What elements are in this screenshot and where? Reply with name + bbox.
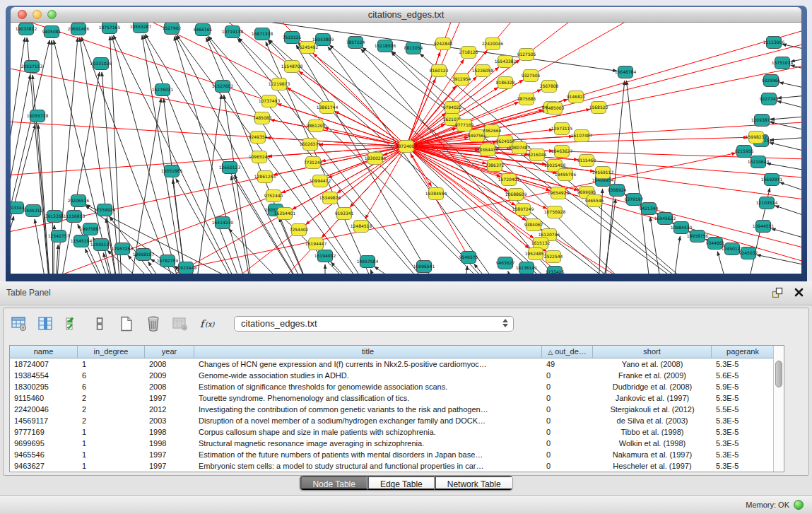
graph-node[interactable]: 12660123 [219, 162, 241, 174]
graph-edge[interactable] [406, 59, 519, 146]
new-table-icon[interactable] [117, 314, 136, 334]
graph-edge[interactable] [313, 53, 406, 146]
graph-node[interactable]: 16871338 [252, 28, 273, 40]
graph-node[interactable]: 12861254 [254, 171, 276, 183]
graph-edge[interactable] [650, 217, 668, 274]
graph-node[interactable]: 20691406 [68, 23, 90, 35]
graph-edge[interactable] [299, 71, 406, 146]
graph-node[interactable]: 8813054 [404, 42, 423, 54]
graph-node[interactable]: 22420046 [482, 38, 504, 50]
column-header-pagerank[interactable]: pagerank [712, 346, 773, 358]
graph-node[interactable]: 12103514 [756, 197, 778, 209]
graph-node[interactable]: 7485063 [546, 103, 565, 115]
graph-node[interactable]: 9421344 [640, 203, 659, 215]
graph-edge[interactable] [459, 266, 467, 274]
graph-node[interactable]: 3912954 [452, 74, 471, 86]
graph-node[interactable]: 8186328 [496, 77, 515, 89]
graph-node[interactable]: 11123056 [763, 37, 785, 49]
graph-node[interactable]: 2718126 [459, 47, 478, 59]
graph-node[interactable]: 10994472 [310, 175, 331, 187]
graph-node[interactable]: 10996541 [413, 261, 435, 273]
graph-node[interactable]: 14957584 [357, 256, 379, 268]
graph-node[interactable]: 9358924 [608, 185, 627, 197]
graph-edge[interactable] [11, 124, 35, 274]
graph-node[interactable]: 11545194 [71, 235, 93, 247]
graph-node[interactable]: 16055718 [27, 110, 49, 122]
graph-node[interactable]: 20364436 [477, 144, 499, 156]
graph-edge[interactable] [11, 146, 406, 182]
graph-node[interactable]: 14136141 [516, 262, 538, 274]
graph-edge[interactable] [273, 146, 406, 175]
table-row[interactable]: 1456911722003Disruption of a novel membe… [10, 415, 773, 426]
graph-edge[interactable] [335, 111, 406, 146]
graph-node[interactable]: 11156813 [64, 211, 86, 223]
float-panel-icon[interactable] [771, 287, 784, 300]
graph-node[interactable]: 11527602 [212, 81, 234, 93]
memory-status-icon[interactable] [794, 500, 804, 510]
graph-edge[interactable] [11, 216, 14, 274]
graph-edge[interactable] [767, 163, 801, 175]
graph-node[interactable]: 9227343 [760, 93, 779, 105]
graph-node[interactable]: 9146821 [567, 91, 586, 103]
graph-node[interactable]: 8160123 [430, 65, 449, 77]
graph-node[interactable]: 10756928 [544, 206, 566, 218]
column-header-name[interactable]: name [10, 346, 78, 358]
graph-node[interactable]: 16194447 [305, 238, 327, 250]
table-row[interactable]: 1938455462009Genome-wide association stu… [10, 370, 773, 381]
table-row[interactable]: 946554611997Estimation of the future num… [10, 449, 773, 460]
graph-edge[interactable] [770, 136, 801, 140]
create-column-icon[interactable] [63, 314, 83, 334]
graph-node[interactable]: 19958107 [133, 249, 155, 261]
graph-node[interactable]: 9245032 [739, 247, 758, 259]
graph-node[interactable]: 18463627 [551, 146, 573, 158]
network-window-titlebar[interactable]: citations_edges.txt [11, 7, 801, 23]
table-row[interactable]: 946362711997Embryonic stem cells: a mode… [10, 460, 773, 472]
graph-node[interactable]: 15226058 [472, 65, 494, 77]
graph-node[interactable]: 7857224 [346, 37, 365, 49]
graph-node[interactable]: 1568520 [589, 102, 608, 114]
graph-node[interactable]: 15720407 [498, 174, 520, 186]
graph-node[interactable]: 15276021 [152, 84, 174, 96]
table-row[interactable]: 1830029562008Estimation of significance … [10, 381, 773, 392]
row-height-icon[interactable] [90, 314, 110, 334]
table-row[interactable]: 969969511998Structural magnetic resonanc… [10, 438, 773, 449]
table-row[interactable]: 911546021997Tourette syndrome. Phenomeno… [10, 392, 773, 404]
graph-node[interactable]: 10965243 [249, 151, 271, 163]
graph-node[interactable]: 2522544 [544, 251, 563, 263]
graph-node[interactable]: 19033812 [16, 23, 37, 35]
graph-edge[interactable] [770, 115, 801, 119]
graph-node[interactable]: 9193341 [335, 208, 354, 220]
graph-node[interactable]: 15245492 [297, 42, 319, 54]
graph-node[interactable]: 9463627 [496, 257, 515, 269]
graph-node[interactable]: 7485083 [253, 112, 272, 124]
graph-node[interactable]: 9549575 [459, 252, 478, 264]
graph-node[interactable]: 9329966 [762, 75, 781, 87]
graph-node[interactable]: 19495796 [555, 169, 577, 181]
graph-node[interactable]: 6466161 [194, 24, 213, 36]
graph-node[interactable]: 3875685 [517, 93, 536, 105]
graph-node[interactable]: 16053809 [312, 34, 334, 46]
graph-edge[interactable] [33, 75, 53, 274]
tab-node-table[interactable]: Node Table [300, 476, 367, 490]
graph-node[interactable]: 9384067 [524, 219, 543, 231]
graph-edge[interactable] [231, 176, 258, 274]
table-row[interactable]: 1872400712008Changes of HCN gene express… [10, 358, 773, 370]
column-header-in-degree[interactable]: in_degree [78, 346, 145, 358]
graph-node[interactable]: 19975887 [80, 223, 102, 235]
graph-node[interactable]: 16648784 [615, 66, 637, 78]
graph-node[interactable]: 9405081 [42, 26, 61, 38]
graph-node[interactable]: 16026571 [300, 139, 322, 151]
column-header-title[interactable]: title [194, 346, 542, 358]
graph-node[interactable]: 15349876 [319, 192, 341, 204]
graph-node[interactable]: 3913356 [45, 211, 64, 223]
graph-edge[interactable] [757, 255, 801, 270]
column-header-short[interactable]: short [593, 346, 712, 358]
graph-node[interactable]: 10553287 [130, 23, 152, 33]
graph-node[interactable]: 9127505 [517, 49, 536, 61]
graph-edge[interactable] [411, 153, 469, 257]
column-header-out-de-[interactable]: △out_de… [542, 346, 593, 358]
graph-node[interactable]: 15751074 [772, 57, 794, 69]
graph-edge[interactable] [299, 42, 668, 274]
graph-node[interactable]: 9861203 [307, 120, 326, 132]
show-columns-icon[interactable] [36, 314, 56, 334]
